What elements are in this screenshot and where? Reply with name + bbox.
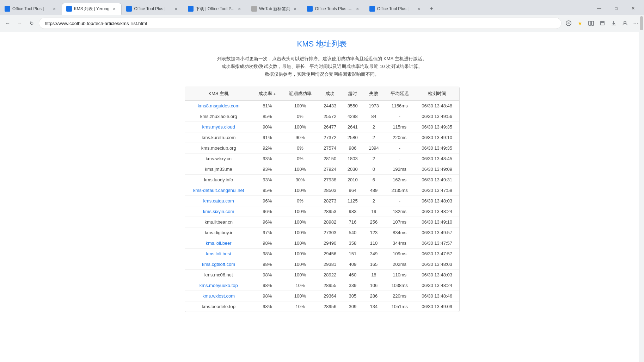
cell-check-time: 06/30 13:49:10 — [415, 132, 459, 143]
favorites-icon[interactable] — [597, 18, 607, 28]
cell-recent-rate: 100% — [282, 291, 318, 301]
cell-host: kms.jm33.me — [185, 164, 252, 175]
forward-button[interactable]: → — [15, 18, 25, 28]
address-input[interactable]: https://www.coolhub.top/tech-articles/km… — [39, 18, 562, 29]
cell-success: 25572 — [318, 111, 342, 122]
cell-check-time: 06/30 13:47:59 — [415, 185, 459, 196]
download-icon[interactable] — [609, 18, 619, 28]
cell-host[interactable]: kms.catqu.com — [185, 196, 252, 206]
cell-success: 27574 — [318, 143, 342, 154]
tab-5[interactable]: WeTab 新标签页 ✕ — [247, 3, 302, 15]
cell-host[interactable]: kms.sixyin.com — [185, 206, 252, 217]
cell-avg-delay: 107ms — [384, 217, 415, 227]
cell-avg-delay: 1156ms — [384, 101, 415, 111]
cell-host[interactable]: kms-default.cangshui.net — [185, 185, 252, 196]
new-tab-button[interactable]: + — [426, 3, 437, 15]
col-header-success[interactable]: 成功 — [318, 87, 342, 101]
tab-label-5: WeTab 新标签页 — [259, 6, 290, 12]
tab-close-1[interactable]: ✕ — [51, 6, 57, 12]
host-link[interactable]: kms8.msguides.com — [198, 103, 239, 108]
col-header-failure[interactable]: 失败 — [363, 87, 384, 101]
cell-success: 28922 — [318, 270, 342, 280]
host-link[interactable]: kms.sixyin.com — [203, 209, 234, 214]
cell-avg-delay: 2135ms — [384, 185, 415, 196]
maximize-button[interactable]: □ — [608, 3, 624, 14]
cell-failure: 134 — [363, 301, 384, 312]
cell-failure: 2 — [363, 154, 384, 164]
col-header-check-time[interactable]: 检测时间 — [415, 87, 459, 101]
col-header-recent-rate[interactable]: 近期成功率 — [282, 87, 318, 101]
tab-close-5[interactable]: ✕ — [292, 6, 298, 12]
tab-favicon-2 — [66, 6, 72, 12]
close-button[interactable]: ✕ — [625, 3, 641, 14]
cell-success: 27372 — [318, 132, 342, 143]
tab-6[interactable]: Office Tools Plus -... ✕ — [302, 3, 364, 15]
cell-host: kms.litbear.cn — [185, 217, 252, 227]
tab-3[interactable]: Office Tool Plus | — ✕ — [122, 3, 183, 15]
cell-avg-delay: 109ms — [384, 249, 415, 259]
cell-host[interactable]: kms.loli.beer — [185, 238, 252, 249]
cell-success-rate: 95% — [252, 185, 282, 196]
tab-7[interactable]: Office Tool Plus | — ✕ — [365, 3, 427, 15]
cell-timeout: 1125 — [342, 196, 363, 206]
cell-recent-rate: 100% — [282, 101, 318, 111]
sort-icon: ▲ — [273, 92, 276, 96]
col-header-success-rate[interactable]: 成功率▲ — [252, 87, 282, 101]
col-header-host[interactable]: KMS 主机 — [185, 87, 252, 101]
host-link[interactable]: kms.wxlost.com — [202, 293, 235, 299]
tab-close-6[interactable]: ✕ — [355, 6, 360, 12]
table-row: kms.zhuxiaole.org85%0%25572429884-06/30 … — [185, 111, 459, 122]
cell-failure: 18 — [363, 270, 384, 280]
cell-avg-delay: - — [384, 143, 415, 154]
col-header-avg-delay[interactable]: 平均延迟 — [384, 87, 415, 101]
cell-recent-rate: 100% — [282, 206, 318, 217]
tab-2[interactable]: KMS 列表 | Yerong ✕ — [62, 3, 122, 15]
host-link[interactable]: kms.myds.cloud — [202, 124, 235, 130]
reload-button[interactable]: ↻ — [27, 18, 37, 28]
tab-4[interactable]: 下载 | Office Tool P... ✕ — [183, 3, 247, 15]
cell-host[interactable]: kms.moeyuuko.top — [185, 280, 252, 291]
tab-close-7[interactable]: ✕ — [416, 6, 422, 12]
back-button[interactable]: ← — [3, 18, 13, 28]
cell-success-rate: 85% — [252, 111, 282, 122]
col-header-timeout[interactable]: 超时 — [342, 87, 363, 101]
scrollbar-thumb[interactable] — [640, 16, 643, 30]
split-screen-icon[interactable] — [586, 18, 596, 28]
host-link[interactable]: kms.loli.beer — [206, 241, 232, 246]
cell-host[interactable]: kms.myds.cloud — [185, 122, 252, 132]
profile-icon[interactable] — [620, 18, 630, 28]
tab-close-2[interactable]: ✕ — [111, 6, 117, 12]
tab-favicon-6 — [307, 6, 313, 12]
table-row: kms.digiboy.ir97%100%27303540123834ms06/… — [185, 227, 459, 238]
host-link[interactable]: kms.loli.best — [206, 251, 231, 256]
tab-1[interactable]: Office Tool Plus | — ✕ — [0, 3, 62, 15]
desc-line-1: 列表数据两小时更新一次，点击表头可以进行排序。建议使用成功率高且延迟低的 KMS… — [7, 55, 637, 63]
cell-avg-delay: 182ms — [384, 206, 415, 217]
cell-host[interactable]: kms8.msguides.com — [185, 101, 252, 111]
bookmark-icon[interactable]: ★ — [575, 18, 585, 28]
cell-host[interactable]: kms.loli.best — [185, 249, 252, 259]
cell-recent-rate: 100% — [282, 185, 318, 196]
cell-host: kms.moeclub.org — [185, 143, 252, 154]
cell-success-rate: 98% — [252, 280, 282, 291]
scrollbar-track[interactable] — [639, 15, 644, 319]
host-link[interactable]: kms.catqu.com — [203, 198, 234, 204]
tab-close-3[interactable]: ✕ — [173, 6, 179, 12]
cell-success-rate: 97% — [252, 227, 282, 238]
tab-close-4[interactable]: ✕ — [237, 6, 242, 12]
host-link[interactable]: kms.moeyuuko.top — [200, 283, 238, 288]
cell-timeout: 309 — [342, 301, 363, 312]
cell-host[interactable]: kms.wxlost.com — [185, 291, 252, 301]
table-row: kms.litbear.cn96%100%28982716256107ms06/… — [185, 217, 459, 227]
tab-label-6: Office Tools Plus -... — [315, 6, 352, 11]
cell-host[interactable]: kms.cgtsoft.com — [185, 259, 252, 270]
extensions-icon[interactable] — [564, 18, 574, 28]
table-row: kms.wxlost.com98%100%29364305286220ms06/… — [185, 291, 459, 301]
cell-success: 26477 — [318, 122, 342, 132]
cell-timeout: 358 — [342, 238, 363, 249]
minimize-button[interactable]: — — [591, 3, 607, 14]
host-link[interactable]: kms-default.cangshui.net — [193, 188, 244, 193]
host-link[interactable]: kms.cgtsoft.com — [202, 262, 235, 267]
tab-label-4: 下载 | Office Tool P... — [196, 6, 234, 12]
table-row: kms.bearlele.top98%10%289563091341051ms0… — [185, 301, 459, 312]
